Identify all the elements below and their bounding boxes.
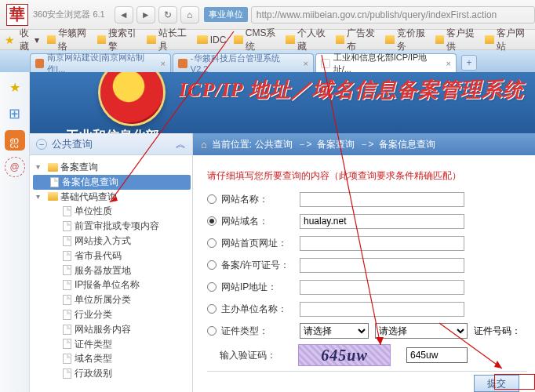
bookmark-item[interactable]: 个人收藏	[286, 27, 328, 53]
label-site-name: 网站名称：	[221, 193, 300, 206]
radio-site-url[interactable]	[207, 238, 217, 248]
input-site-ip[interactable]	[300, 280, 464, 295]
radio-site-ip[interactable]	[207, 282, 217, 292]
input-site-url[interactable]	[300, 236, 464, 251]
doc-icon	[63, 265, 71, 275]
bookmark-item[interactable]: 华籁网络	[47, 27, 89, 53]
tree-node[interactable]: 服务器放置地	[33, 263, 191, 278]
folder-icon	[286, 35, 294, 44]
sidebar-favorite-icon[interactable]: ★	[5, 77, 25, 97]
bookmark-item[interactable]: 收藏 ▾	[20, 27, 39, 53]
label-record-no: 备案/许可证号：	[221, 259, 300, 272]
tree-node[interactable]: 网站接入方式	[33, 234, 191, 249]
bookmark-item[interactable]: 搜索引擎	[97, 27, 140, 53]
folder-icon	[97, 35, 106, 44]
sidebar-apps-icon[interactable]: ⊞	[5, 103, 25, 124]
input-captcha[interactable]	[406, 347, 468, 363]
national-emblem-icon	[100, 72, 163, 124]
main-panel: ⌂ 当前位置: 公共查询 －> 备案查询 －> 备案信息查询 请仔细填写您所要查…	[193, 133, 535, 392]
doc-icon	[63, 310, 71, 320]
back-button[interactable]: ◄	[115, 6, 133, 24]
tab-miibeian[interactable]: 工业和信息化部ICP/IP地址/...×	[315, 53, 457, 72]
home-button[interactable]: ⌂	[180, 6, 199, 24]
radio-org-name[interactable]	[207, 304, 217, 314]
input-record-no[interactable]	[300, 258, 464, 273]
bookmark-item[interactable]: IDC	[197, 34, 227, 45]
folder-icon	[485, 35, 493, 44]
sidebar-at-icon[interactable]: @	[5, 157, 25, 177]
doc-icon	[63, 280, 71, 290]
breadcrumb: ⌂ 当前位置: 公共查询 －> 备案查询 －> 备案信息查询	[193, 133, 535, 155]
site-banner: 工业和信息化部 ICP/IP 地址／域名信息备案管理系统	[30, 72, 535, 133]
radio-cert-type[interactable]	[207, 326, 217, 336]
select-cert-type-1[interactable]: 请选择	[300, 323, 369, 339]
sidebar-header[interactable]: – 公共查询 ︽	[30, 133, 192, 155]
collapse-icon[interactable]: –	[36, 139, 47, 150]
captcha-image[interactable]: 645uw	[298, 344, 391, 366]
folder-icon	[197, 35, 208, 44]
home-icon: ⌂	[201, 139, 207, 151]
breadcrumb-link[interactable]: 备案查询	[317, 138, 355, 151]
tree-node[interactable]: 行政级别	[33, 366, 191, 381]
folder-icon	[385, 35, 394, 44]
tree-node-base-code[interactable]: ▾基础代码查询	[33, 190, 191, 205]
side-toolbar: ★ ⊞ ஐ @	[0, 72, 30, 392]
sidebar-weibo-icon[interactable]: ஐ	[5, 130, 25, 151]
left-sidebar: – 公共查询 ︽ ▾备案查询 备案信息查询 ▾基础代码查询 单位性质 前置审批或…	[30, 133, 193, 392]
folder-icon	[435, 35, 444, 44]
tree-node[interactable]: 省市县代码	[33, 249, 191, 263]
doc-icon	[63, 354, 71, 364]
forward-button[interactable]: ►	[136, 6, 155, 24]
tree-node[interactable]: 单位所属分类	[33, 292, 191, 307]
bookmark-item[interactable]: 站长工具	[147, 27, 189, 53]
tree-node[interactable]: 证件类型	[33, 337, 191, 352]
radio-site-name[interactable]	[207, 194, 217, 204]
close-icon[interactable]: ×	[304, 59, 308, 68]
tree-node-record-query[interactable]: ▾备案查询	[33, 160, 191, 175]
breadcrumb-current: 备案信息查询	[379, 138, 435, 151]
doc-icon	[63, 339, 71, 349]
tree-node[interactable]: 前置审批或专项内容	[33, 219, 191, 234]
tab-nanjing[interactable]: 南京网站建设|南京网站制作|...×	[30, 53, 171, 72]
tab-hualay-admin[interactable]: -华籁科技后台管理系统 V2.2×	[173, 53, 314, 72]
tree-node-record-info-query[interactable]: 备案信息查询	[33, 175, 191, 190]
doc-icon	[63, 368, 71, 379]
select-cert-type-2[interactable]: 请选择	[375, 323, 468, 339]
browser-titlebar: 華 360安全浏览器 6.1 ◄ ► ↻ ⌂ 事业单位 http://www.m…	[0, 0, 535, 30]
label-captcha: 输入验证码：	[207, 349, 298, 362]
reload-button[interactable]: ↻	[158, 6, 177, 24]
bookmark-item[interactable]: 客户网站	[485, 27, 527, 53]
chevron-icon: ︽	[176, 137, 186, 151]
favorites-icon[interactable]: ★	[5, 34, 15, 46]
url-badge: 事业单位	[204, 7, 248, 22]
tree-node[interactable]: 网站服务内容	[33, 322, 191, 337]
url-input[interactable]: http://www.miibeian.gov.cn/publish/query…	[251, 6, 535, 24]
tree-node[interactable]: IP报备单位名称	[33, 278, 191, 292]
radio-record-no[interactable]	[207, 260, 217, 270]
label-cert-type: 证件类型：	[221, 325, 300, 338]
doc-icon	[63, 236, 71, 246]
input-site-name[interactable]	[300, 192, 464, 207]
tree-node[interactable]: 行业分类	[33, 307, 191, 322]
bookmark-item[interactable]: 广告发布	[336, 27, 378, 53]
tree-node[interactable]: 单位性质	[33, 204, 191, 219]
bookmark-item[interactable]: 客户提供	[435, 27, 478, 53]
new-tab-button[interactable]: +	[461, 55, 477, 71]
label-site-url: 网站首页网址：	[221, 237, 300, 250]
close-icon[interactable]: ×	[161, 59, 166, 68]
tree-node[interactable]: 域名类型	[33, 351, 191, 366]
bookmark-item[interactable]: CMS系统	[234, 27, 278, 53]
site-title: ICP/IP 地址／域名信息备案管理系统	[179, 76, 524, 103]
folder-icon	[336, 35, 344, 44]
bookmark-bar: ★ 收藏 ▾ 华籁网络 搜索引擎 站长工具 IDC CMS系统 个人收藏 广告发…	[0, 30, 535, 50]
radio-site-domain[interactable]	[207, 216, 217, 226]
input-site-domain[interactable]	[300, 214, 464, 229]
bookmark-item[interactable]: 竞价服务	[385, 27, 428, 53]
folder-icon	[234, 35, 242, 44]
browser-title: 360安全浏览器 6.1	[33, 9, 105, 20]
favicon-icon	[178, 59, 187, 68]
breadcrumb-link[interactable]: 公共查询	[255, 138, 293, 151]
close-icon[interactable]: ×	[446, 59, 451, 68]
label-cert-no: 证件号码：	[474, 325, 521, 338]
input-org-name[interactable]	[300, 302, 464, 317]
